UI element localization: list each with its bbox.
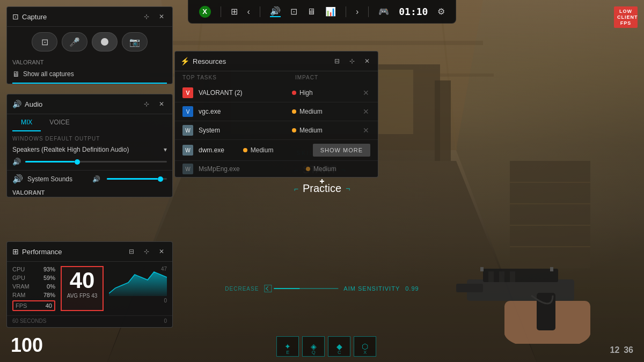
resource-row-dwm: W dwm.exe Medium SHOW MORE xyxy=(175,140,378,161)
audio-tab-mix[interactable]: MIX xyxy=(12,114,41,131)
system-sounds-slider[interactable] xyxy=(107,178,167,180)
system-sounds-icon: 🔊 xyxy=(12,174,23,184)
system-res-icon: W xyxy=(182,125,193,136)
monitor-icon[interactable]: 🖥 xyxy=(307,7,316,17)
perf-pin-button[interactable]: ⊹ xyxy=(141,246,152,257)
fps-display-box: 40 AVG FPS 43 xyxy=(61,266,104,311)
xbox-overlay-bar: X ⊞ ‹ 🔊 ⊡ 🖥 📊 › 🎮 01:10 ⚙ xyxy=(188,0,456,24)
valorant-impact: High xyxy=(292,89,356,97)
perf-zero: 0 xyxy=(164,318,167,324)
perf-panel-controls: ⊟ ⊹ ✕ xyxy=(126,246,167,257)
audio-panel-title: 🔊 Audio xyxy=(12,100,42,108)
no-mic-button[interactable]: 🎤 xyxy=(62,32,87,51)
capture-game-label: VALORANT xyxy=(7,57,172,67)
audio-device-row[interactable]: Speakers (Realtek High Definition Audio)… xyxy=(7,144,172,156)
perf-settings-button[interactable]: ⊟ xyxy=(126,246,137,257)
perf-footer: 60 SECONDS 0 xyxy=(7,315,172,327)
audio-panel: 🔊 Audio ⊹ ✕ MIX VOICE WINDOWS DEFAULT OU… xyxy=(6,94,173,197)
valorant-res-icon: V xyxy=(182,87,193,98)
screenshot-button[interactable]: ⊡ xyxy=(32,32,57,51)
device-volume-slider-row: 🔊 xyxy=(7,156,172,170)
perf-close-button[interactable]: ✕ xyxy=(156,246,167,257)
col-impact-header: IMPACT xyxy=(295,75,370,80)
audio-panel-controls: ⊹ ✕ xyxy=(141,99,167,109)
screenshot-icon[interactable]: ⊡ xyxy=(290,6,297,17)
performance-panel: ⊞ Performance ⊟ ⊹ ✕ CPU 93% GPU 59% VRAM… xyxy=(6,241,173,328)
audio-tabs: MIX VOICE xyxy=(7,114,172,131)
audio-close-button[interactable]: ✕ xyxy=(156,99,167,109)
aim-sensitivity-label: AIM SENSITIVITY xyxy=(343,285,400,292)
ability-slot-c: ◆ C xyxy=(328,336,350,357)
hud-abilities: ✦ E ◈ Q ◆ C ⬡ X xyxy=(276,336,376,357)
capture-panel-controls: ⊹ ✕ xyxy=(141,11,167,22)
svg-marker-9 xyxy=(510,161,590,268)
resources-panel-controls: ⊟ ⊹ ✕ xyxy=(332,56,372,67)
ram-stat: RAM 78% xyxy=(12,292,55,298)
resource-row-system: W System Medium ✕ xyxy=(175,121,378,140)
xbox-icon[interactable]: X xyxy=(199,6,211,18)
decrease-label: DECREASE xyxy=(225,286,259,292)
system-impact: Medium xyxy=(292,127,356,134)
audio-panel-header: 🔊 Audio ⊹ ✕ xyxy=(7,94,172,114)
aim-sensitivity-value: 0.99 xyxy=(405,285,419,292)
vgc-res-close[interactable]: ✕ xyxy=(362,107,370,116)
capture-buttons-row: ⊡ 🎤 📷 xyxy=(7,27,172,57)
vgc-res-icon: V xyxy=(182,106,193,117)
show-captures-link[interactable]: 🖥 Show all captures xyxy=(7,67,172,83)
perf-graph: 47 0 xyxy=(109,266,167,304)
system-sounds-label: System Sounds xyxy=(27,175,88,183)
resources-close-button[interactable]: ✕ xyxy=(362,56,372,67)
fps-avg: AVG FPS 43 xyxy=(66,293,98,299)
resource-row-msmpeng: W MsMpEng.exe Medium xyxy=(175,161,378,177)
resource-row-vgc: V vgc.exe Medium ✕ xyxy=(175,102,378,121)
no-camera-button[interactable]: 📷 xyxy=(122,32,148,51)
cpu-stat: CPU 93% xyxy=(12,266,55,272)
resources-panel-title: ⚡ Resources xyxy=(180,57,226,65)
capture-icon[interactable]: ⊞ xyxy=(231,6,238,17)
resources-column-headers: TOP TASKS IMPACT xyxy=(175,71,378,84)
system-sounds-vol-icon: 🔊 xyxy=(92,175,100,183)
impact-dot-medium-vgc xyxy=(292,109,296,114)
col-tasks-header: TOP TASKS xyxy=(182,75,295,80)
device-volume-track[interactable] xyxy=(25,161,167,162)
capture-close-button[interactable]: ✕ xyxy=(156,11,167,22)
fps-stat-highlight: FPS 40 xyxy=(12,300,55,311)
volume-icon[interactable]: 🔊 xyxy=(270,6,281,17)
valorant-res-name: VALORANT (2) xyxy=(199,89,287,97)
capture-pin-button[interactable]: ⊹ xyxy=(141,11,152,22)
dwm-res-name: dwm.exe xyxy=(199,146,238,154)
show-more-button[interactable]: SHOW MORE xyxy=(313,144,370,157)
forward-icon[interactable]: › xyxy=(356,7,358,17)
system-res-close[interactable]: ✕ xyxy=(362,126,370,135)
back-icon[interactable]: ‹ xyxy=(247,7,250,17)
capture-teal-accent xyxy=(12,83,167,84)
resource-row-valorant: V VALORANT (2) High ✕ xyxy=(175,84,378,102)
audio-pin-button[interactable]: ⊹ xyxy=(141,99,152,109)
controller-icon[interactable]: 🎮 xyxy=(378,6,389,17)
msmpeng-res-icon: W xyxy=(182,164,193,174)
capture-panel-header: ⊡ Capture ⊹ ✕ xyxy=(7,7,172,27)
resources-pin-button[interactable]: ⊹ xyxy=(347,56,357,67)
gpu-stat: GPU 59% xyxy=(12,275,55,281)
xbox-timer: 01:10 xyxy=(399,6,428,17)
dwm-res-icon: W xyxy=(182,145,193,156)
audio-tab-voice[interactable]: VOICE xyxy=(41,114,78,131)
msmpeng-res-name: MsMpEng.exe xyxy=(199,165,301,173)
chart-icon[interactable]: 📊 xyxy=(325,6,336,17)
vgc-impact: Medium xyxy=(292,108,356,115)
ability-slot-q: ◈ Q xyxy=(302,336,325,357)
perf-stats: CPU 93% GPU 59% VRAM 0% RAM 78% FPS 40 xyxy=(12,266,55,311)
dwm-impact: Medium xyxy=(243,146,308,154)
resources-panel-header: ⚡ Resources ⊟ ⊹ ✕ xyxy=(175,51,378,71)
system-sounds-row: 🔊 System Sounds 🔊 xyxy=(7,170,172,187)
hud-health: 100 xyxy=(11,334,43,357)
perf-time-label: 60 SECONDS xyxy=(12,318,46,324)
settings-icon[interactable]: ⚙ xyxy=(437,6,445,17)
resources-filter-button[interactable]: ⊟ xyxy=(332,56,342,67)
valorant-res-close[interactable]: ✕ xyxy=(362,88,370,97)
svg-rect-15 xyxy=(435,80,451,161)
system-res-name: System xyxy=(199,127,287,134)
skills-practice[interactable]: ⌐ Practice ¬ xyxy=(294,179,350,198)
perf-panel-title: ⊞ Performance xyxy=(12,247,62,256)
record-button[interactable] xyxy=(92,32,118,51)
